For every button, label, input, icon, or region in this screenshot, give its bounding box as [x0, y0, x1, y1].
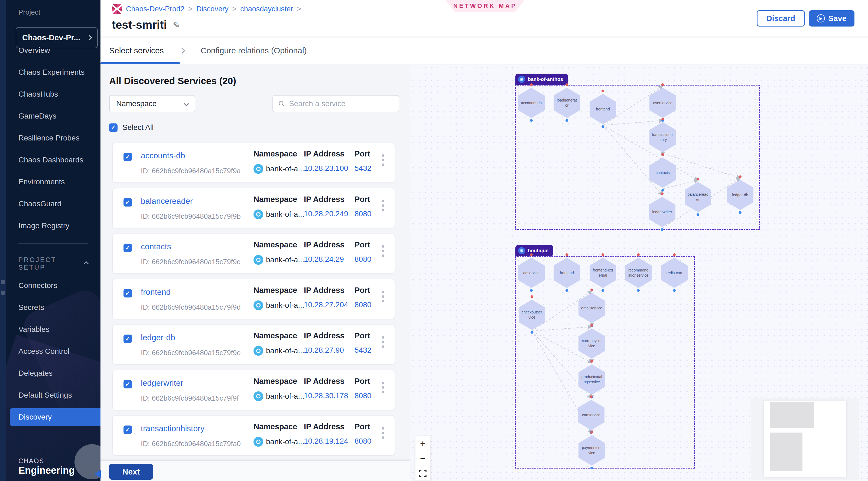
sidebar-collapse-icon[interactable]	[94, 470, 101, 478]
sidebar-item-default-settings[interactable]: Default Settings	[6, 386, 100, 404]
service-id: ID: 662b6c9fcb96480a15c79f9b	[141, 212, 241, 221]
breadcrumb-link-discovery[interactable]: Discovery	[196, 5, 228, 13]
fullscreen-icon	[419, 469, 427, 478]
port-value: 5432	[354, 164, 371, 173]
sidebar-item-resilience-probes[interactable]: Resilience Probes	[6, 129, 100, 147]
active-tab-underline	[100, 62, 180, 64]
service-name-link[interactable]: accounts-db	[141, 151, 185, 160]
row-menu-kebab-icon[interactable]	[381, 381, 385, 394]
node-input-dot	[661, 118, 664, 121]
service-name-link[interactable]: ledgerwriter	[141, 378, 183, 388]
discard-button[interactable]: Discard	[757, 10, 805, 27]
rail-icon[interactable]	[1, 280, 5, 284]
sidebar-item-chaoshubs[interactable]: ChaosHubs	[6, 85, 100, 103]
search-input[interactable]	[289, 99, 394, 108]
sidebar: Project Chaos-Dev-Pr... OverviewChaos Ex…	[6, 0, 100, 481]
sidebar-item-chaosguard[interactable]: ChaosGuard	[6, 195, 100, 213]
namespace-icon	[253, 437, 263, 447]
node-input-dot	[661, 84, 664, 86]
row-menu-kebab-icon[interactable]	[381, 199, 385, 213]
namespace-filter-dropdown[interactable]: Namespace	[109, 95, 195, 112]
map-minimap[interactable]	[751, 398, 859, 480]
project-setup-section-header[interactable]: PROJECT SETUP	[6, 255, 100, 272]
row-checkbox[interactable]: ✓	[124, 289, 132, 297]
project-setup-label: PROJECT SETUP	[19, 256, 85, 271]
node-output-dot	[637, 289, 640, 292]
breadcrumb-separator: >	[297, 5, 301, 13]
node-input-dot	[673, 253, 676, 256]
col-header-ip: IP Address	[304, 331, 344, 340]
node-input-dot	[530, 84, 533, 86]
sidebar-item-image-registry[interactable]: Image Registry	[6, 217, 100, 235]
cluster-boutique[interactable]	[515, 256, 695, 469]
ip-value: 10.28.24.29	[304, 255, 344, 264]
sidebar-item-chaos-experiments[interactable]: Chaos Experiments	[6, 63, 100, 81]
col-header-port: Port	[354, 195, 370, 204]
row-menu-kebab-icon[interactable]	[381, 153, 385, 167]
module-nav-rail[interactable]	[0, 0, 6, 481]
breadcrumb-link-chaosdaycluster[interactable]: chaosdaycluster	[240, 5, 293, 13]
namespace-value: bank-of-a...	[253, 437, 304, 447]
select-all-checkbox[interactable]: ✓	[109, 123, 118, 132]
row-checkbox[interactable]: ✓	[124, 153, 132, 161]
sidebar-item-secrets[interactable]: Secrets	[6, 298, 100, 316]
chevron-up-icon	[84, 261, 89, 266]
col-header-ip: IP Address	[304, 377, 344, 386]
kubernetes-icon: ✳	[518, 76, 525, 83]
service-name-link[interactable]: balancereader	[141, 196, 193, 206]
ip-value: 10.28.19.124	[304, 437, 348, 446]
row-checkbox[interactable]: ✓	[124, 334, 132, 343]
sidebar-item-environments[interactable]: Environments	[6, 173, 100, 191]
col-header-port: Port	[354, 377, 370, 386]
ip-value: 10.28.30.178	[304, 391, 348, 400]
service-name-link[interactable]: transactionhistory	[141, 424, 205, 433]
sidebar-item-discovery[interactable]: Discovery	[10, 408, 100, 426]
service-name-link[interactable]: ledger-db	[141, 333, 175, 342]
node-output-dot	[696, 213, 699, 216]
sidebar-item-access-control[interactable]: Access Control	[6, 343, 100, 360]
zoom-out-button[interactable]: −	[415, 451, 430, 466]
row-menu-kebab-icon[interactable]	[381, 290, 385, 303]
namespace-icon	[253, 300, 263, 310]
service-name-link[interactable]: contacts	[141, 242, 171, 251]
service-row-transactionhistory: ✓transactionhistoryID: 662b6c9fcb96480a1…	[113, 416, 395, 455]
search-box	[273, 95, 399, 112]
cluster-bank-of-anthos[interactable]	[515, 85, 760, 230]
next-button[interactable]: Next	[109, 464, 153, 480]
row-menu-kebab-icon[interactable]	[381, 335, 385, 349]
row-checkbox[interactable]: ✓	[124, 380, 132, 388]
sidebar-item-gamedays[interactable]: GameDays	[6, 107, 100, 125]
sidebar-item-delegates[interactable]: Delegates	[6, 364, 100, 382]
app-root: Project Chaos-Dev-Pr... OverviewChaos Ex…	[0, 0, 868, 481]
save-button[interactable]: ▶ Save	[809, 10, 855, 27]
sidebar-item-overview[interactable]: Overview	[6, 41, 100, 59]
row-checkbox[interactable]: ✓	[124, 425, 132, 434]
tab-configure-relations[interactable]: Configure relations (Optional)	[201, 46, 307, 55]
edit-pencil-icon[interactable]: ✎	[173, 20, 180, 30]
breadcrumb-separator: >	[232, 5, 237, 13]
row-menu-kebab-icon[interactable]	[381, 426, 385, 440]
chevron-right-icon	[87, 35, 92, 40]
tab-select-services-label: Select services	[109, 46, 164, 55]
node-input-dot	[590, 431, 593, 434]
sidebar-item-variables[interactable]: Variables	[6, 320, 100, 339]
service-id: ID: 662b6c9fcb96480a15c79fa0	[141, 440, 241, 448]
chevron-right-icon	[179, 47, 185, 54]
select-all-row: ✓ Select All	[109, 123, 154, 132]
node-input-dot	[565, 84, 568, 86]
row-menu-kebab-icon[interactable]	[381, 244, 385, 258]
col-header-namespace: Namespace	[253, 422, 297, 431]
breadcrumb-link-chaos-dev-prod2[interactable]: Chaos-Dev-Prod2	[126, 5, 184, 13]
fullscreen-button[interactable]	[415, 466, 430, 481]
network-map-canvas[interactable]: ✳bank-of-anthosaccounts-dbloadgeneratorf…	[410, 65, 868, 481]
map-zoom-controls: + −	[415, 436, 430, 481]
row-checkbox[interactable]: ✓	[124, 244, 132, 252]
sidebar-item-chaos-dashboards[interactable]: Chaos Dashboards	[6, 151, 100, 169]
tab-select-services[interactable]: Select services	[100, 38, 180, 64]
service-name-link[interactable]: frontend	[141, 287, 170, 297]
row-checkbox[interactable]: ✓	[124, 198, 132, 206]
node-input-dot	[590, 395, 593, 398]
sidebar-item-connectors[interactable]: Connectors	[6, 277, 100, 294]
rail-icon[interactable]	[1, 291, 5, 295]
zoom-in-button[interactable]: +	[415, 436, 430, 451]
